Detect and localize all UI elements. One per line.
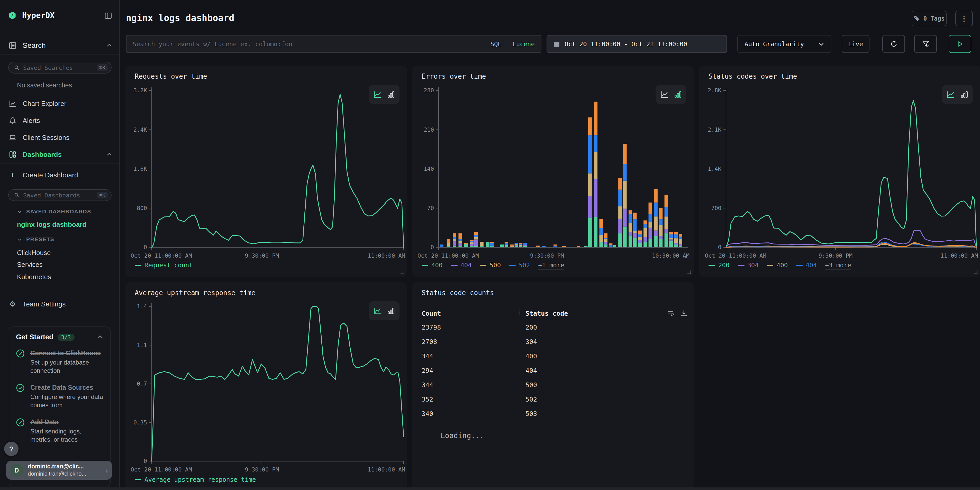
- sidebar-item-dashboards[interactable]: Dashboards: [9, 148, 112, 161]
- legend-swatch: [451, 265, 457, 266]
- table-column-header-status-code[interactable]: Status code: [525, 310, 568, 318]
- plus-icon: +: [9, 171, 16, 179]
- user-name: dominic.tran@clic...: [28, 463, 86, 471]
- requests-chart-canvas[interactable]: 3.2K2.4K1.6K8000Oct 20 11:00:00 AM9:30:0…: [126, 66, 407, 277]
- saved-dashboards-field[interactable]: [23, 191, 93, 199]
- task-desc: Start sending logs, metrics, or traces: [30, 427, 103, 444]
- chevron-down-icon: [17, 237, 22, 242]
- chevron-up-icon[interactable]: [97, 334, 103, 340]
- legend-item[interactable]: +1 more: [538, 262, 564, 269]
- panel-resize-handle[interactable]: [974, 270, 977, 274]
- table-row: 344500: [412, 381, 694, 390]
- calendar-icon: [553, 41, 560, 47]
- chart-legend: 200304400404+3 more: [708, 262, 851, 269]
- chevron-right-icon: ›: [105, 466, 108, 474]
- hyperdx-app: ⚡ HyperDX Search: [0, 0, 980, 490]
- errors-chart-canvas[interactable]: 280210140700Oct 20 11:00:00 AM9:30:00 PM…: [412, 66, 694, 277]
- get-started-task-add-data[interactable]: Add Data Start sending logs, metrics, or…: [16, 417, 103, 444]
- filter-button[interactable]: [914, 35, 937, 53]
- count-cell: 2708: [422, 338, 437, 345]
- refresh-button[interactable]: [882, 35, 905, 53]
- kbd-shortcut: ⌘K: [97, 192, 108, 199]
- chevron-down-icon: [17, 209, 22, 214]
- run-query-button[interactable]: [949, 35, 971, 53]
- legend-swatch: [767, 265, 773, 266]
- svg-text:9:30:00 PM: 9:30:00 PM: [530, 253, 564, 259]
- status-code-cell: 304: [525, 338, 537, 345]
- svg-text:210: 210: [424, 126, 434, 133]
- svg-text:0: 0: [144, 458, 147, 464]
- sidebar-collapse-button[interactable]: [104, 11, 112, 19]
- sidebar-item-search[interactable]: Search: [9, 39, 112, 51]
- chevron-up-icon[interactable]: [107, 43, 112, 48]
- sidebar: ⚡ HyperDX Search: [0, 0, 120, 490]
- svg-text:11:00:00 AM: 11:00:00 AM: [368, 466, 405, 473]
- dashboards-icon: [9, 150, 16, 158]
- sidebar-item-clickhouse[interactable]: ClickHouse: [17, 249, 51, 256]
- svg-text:Oct 20 11:00:00 AM: Oct 20 11:00:00 AM: [130, 466, 192, 473]
- table-row: 294404: [412, 367, 694, 375]
- user-menu[interactable]: D dominic.tran@clic... dominic.tran@clic…: [6, 461, 112, 480]
- date-range-picker[interactable]: Oct 20 11:00:00 - Oct 21 11:00:00: [547, 35, 727, 53]
- sidebar-item-services[interactable]: Services: [17, 261, 43, 268]
- table-row: 352502: [412, 395, 694, 404]
- presets-section[interactable]: PRESETS: [17, 236, 54, 242]
- divider: [0, 164, 119, 164]
- legend-item[interactable]: +3 more: [825, 262, 851, 269]
- dashboard-menu-button[interactable]: ⋮: [955, 11, 973, 26]
- sidebar-item-nginx-dashboard[interactable]: nginx logs dashboard: [17, 221, 86, 228]
- event-search-input[interactable]: [133, 40, 485, 48]
- upstream-chart-canvas[interactable]: 1.41.10.70.350Oct 20 11:00:00 AM9:30:00 …: [126, 282, 407, 490]
- column-drag-handle[interactable]: ⋮: [517, 309, 522, 316]
- get-started-task-connect[interactable]: Connect to ClickHouse Set up your databa…: [16, 348, 103, 375]
- svg-text:0.7: 0.7: [137, 380, 147, 387]
- svg-text:Oct 20 11:00:00 AM: Oct 20 11:00:00 AM: [417, 253, 479, 259]
- svg-text:3.2K: 3.2K: [134, 87, 147, 94]
- live-button[interactable]: Live: [842, 35, 869, 53]
- sidebar-item-chart-explorer[interactable]: Chart Explorer: [9, 97, 112, 110]
- panel-resize-handle[interactable]: [687, 270, 691, 274]
- check-circle-icon: [16, 418, 25, 444]
- search-icon: [14, 192, 19, 198]
- svg-text:0: 0: [144, 244, 147, 250]
- lucene-toggle[interactable]: Lucene: [512, 40, 535, 48]
- svg-text:1.1: 1.1: [137, 342, 147, 348]
- granularity-select[interactable]: Auto Granularity: [737, 35, 831, 53]
- gear-icon: ⚙: [9, 300, 16, 308]
- legend-swatch: [708, 265, 715, 266]
- saved-dashboards-input[interactable]: ⌘K: [8, 189, 111, 201]
- svg-text:700: 700: [711, 205, 721, 211]
- create-dashboard-button[interactable]: + Create Dashboard: [9, 169, 112, 181]
- count-cell: 352: [422, 395, 433, 403]
- panel-errors-over-time: Errors over time 280210140700Oct 20 11:0…: [412, 66, 694, 277]
- saved-searches-input[interactable]: ⌘K: [8, 62, 111, 73]
- download-icon[interactable]: [680, 310, 687, 317]
- panel-resize-handle[interactable]: [401, 270, 404, 274]
- status-codes-chart-canvas[interactable]: 2.8K2.1K1.4K7000Oct 20 11:00:00 AM9:30:0…: [699, 66, 980, 277]
- sidebar-item-client-sessions[interactable]: Client Sessions: [9, 131, 112, 143]
- table-column-header-count[interactable]: Count: [422, 310, 441, 318]
- sidebar-item-kubernetes[interactable]: Kubernetes: [17, 273, 51, 281]
- legend-item: Request count: [135, 262, 193, 269]
- legend-item: 404: [451, 262, 471, 269]
- sidebar-item-alerts[interactable]: Alerts: [9, 114, 112, 126]
- saved-dashboards-section[interactable]: SAVED DASHBOARDS: [17, 208, 91, 215]
- svg-text:9:30:00 PM: 9:30:00 PM: [819, 253, 853, 259]
- horizontal-scrollbar[interactable]: [0, 487, 980, 490]
- main-content: nginx logs dashboard 0 Tags ⋮ SQL | Luce…: [120, 0, 980, 490]
- play-icon: [957, 41, 963, 47]
- count-cell: 344: [422, 381, 433, 389]
- saved-searches-field[interactable]: [23, 64, 93, 71]
- count-cell: 23798: [422, 323, 441, 331]
- sql-toggle[interactable]: SQL: [490, 40, 501, 48]
- task-title: Create Data Sources: [30, 384, 93, 391]
- hyperdx-logo-icon: ⚡: [9, 11, 16, 19]
- wrap-lines-icon[interactable]: [667, 310, 674, 317]
- svg-text:800: 800: [137, 205, 147, 211]
- chevron-up-icon[interactable]: [107, 151, 112, 157]
- help-button[interactable]: ?: [4, 442, 19, 456]
- get-started-task-sources[interactable]: Create Data Sources Configure where your…: [16, 383, 103, 410]
- tags-button[interactable]: 0 Tags: [912, 11, 947, 26]
- sidebar-item-team-settings[interactable]: ⚙ Team Settings: [9, 298, 112, 310]
- search-icon: [14, 65, 19, 70]
